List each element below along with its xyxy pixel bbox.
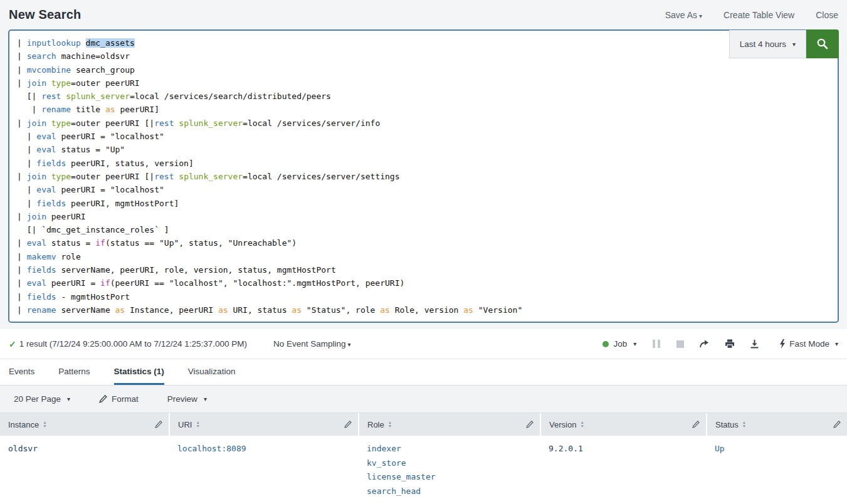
job-controls: Job ▾ Fast Mode ▾	[602, 339, 838, 349]
query-line: | inputlookup dmc_assets	[17, 36, 830, 50]
sort-icon[interactable]: ▲▼	[196, 421, 199, 428]
pause-icon	[658, 340, 660, 348]
column-label: Role	[367, 420, 384, 429]
cell-uri[interactable]: localhost:8089	[177, 444, 246, 453]
results-toolbar: 20 Per Page▾ Format Preview▾	[0, 386, 847, 413]
cell-status[interactable]: Up	[715, 444, 725, 453]
query-line: | fields - mgmtHostPort	[17, 290, 830, 303]
per-page-dropdown[interactable]: 20 Per Page▾	[14, 394, 70, 404]
statistics-table: Instance▲▼URI▲▼Role▲▼Version▲▼Status▲▼ o…	[0, 413, 847, 504]
search-button[interactable]	[806, 29, 839, 58]
column-header-role[interactable]: Role▲▼	[359, 413, 540, 436]
job-menu-button[interactable]: Job ▾	[602, 339, 636, 349]
query-line: [| `dmc_get_instance_roles` ]	[17, 223, 830, 236]
job-status-bar: ✓ 1 result (7/12/24 9:25:00.000 AM to 7/…	[0, 329, 847, 359]
search-mode-dropdown[interactable]: Fast Mode ▾	[779, 339, 838, 349]
chevron-down-icon: ▾	[67, 396, 70, 402]
top-header: New Search Save As▾ Create Table View Cl…	[0, 0, 847, 29]
pencil-icon[interactable]	[344, 421, 352, 428]
query-line: | rename title as peerURI]	[17, 103, 830, 116]
tab-patterns[interactable]: Patterns	[58, 367, 90, 385]
query-line: | join type=outer peerURI	[17, 76, 830, 90]
success-check-icon: ✓	[9, 339, 16, 349]
pencil-icon[interactable]	[526, 421, 534, 428]
query-line: | mvcombine search_group	[17, 63, 830, 76]
print-icon	[725, 339, 735, 349]
page-title: New Search	[9, 8, 81, 22]
pause-icon	[653, 340, 655, 348]
chevron-down-icon: ▾	[348, 341, 351, 348]
search-query-editor[interactable]: | inputlookup dmc_assets| search machine…	[9, 31, 838, 322]
print-button[interactable]	[725, 339, 735, 349]
column-header-status[interactable]: Status▲▼	[707, 413, 847, 436]
search-controls: Last 4 hours ▾	[729, 29, 839, 58]
stop-button[interactable]	[676, 340, 684, 348]
query-line: | fields peerURI, mgmtHostPort]	[17, 197, 830, 210]
query-line: | join type=outer peerURI [|rest splunk_…	[17, 117, 830, 130]
column-header-uri[interactable]: URI▲▼	[169, 413, 359, 436]
preview-dropdown[interactable]: Preview▾	[167, 394, 207, 404]
pause-button[interactable]	[651, 340, 661, 348]
query-line: | eval peerURI = "localhost"	[17, 183, 830, 196]
query-line: [| rest splunk_server=local /services/se…	[17, 90, 830, 103]
save-as-button[interactable]: Save As▾	[665, 10, 702, 20]
results-tabs: EventsPatternsStatistics (1)Visualizatio…	[0, 359, 847, 386]
chevron-down-icon: ▾	[633, 340, 636, 347]
cell-role-value[interactable]: kv_store	[367, 456, 534, 471]
chevron-down-icon: ▾	[792, 41, 796, 48]
tab-statistics-1[interactable]: Statistics (1)	[114, 367, 164, 385]
query-line: | rename serverName as Instance, peerURI…	[17, 303, 830, 317]
cell-role-value[interactable]: search_head	[367, 485, 534, 499]
sort-icon[interactable]: ▲▼	[43, 421, 46, 428]
header-actions: Save As▾ Create Table View Close	[665, 10, 838, 20]
share-button[interactable]	[699, 339, 710, 349]
download-icon	[750, 339, 759, 349]
chevron-down-icon: ▾	[835, 340, 838, 347]
cell-role-value[interactable]: indexer	[367, 442, 534, 456]
query-line: | join type=outer peerURI [|rest splunk_…	[17, 170, 830, 183]
table-row: oldsvrlocalhost:8089indexerkv_storelicen…	[0, 436, 847, 504]
sort-icon[interactable]: ▲▼	[742, 421, 746, 428]
table-body: oldsvrlocalhost:8089indexerkv_storelicen…	[0, 436, 847, 504]
result-summary: 1 result (7/12/24 9:25:00.000 AM to 7/12…	[19, 339, 247, 349]
tab-events[interactable]: Events	[9, 367, 34, 385]
search-section: | inputlookup dmc_assets| search machine…	[0, 29, 847, 329]
table-header-row: Instance▲▼URI▲▼Role▲▼Version▲▼Status▲▼	[0, 413, 847, 436]
job-status-dot-icon	[602, 341, 609, 347]
cell-version[interactable]: 9.2.0.1	[549, 444, 583, 453]
query-line: | join peerURI	[17, 210, 830, 223]
column-header-version[interactable]: Version▲▼	[540, 413, 707, 436]
cell-role-value[interactable]: license_master	[367, 470, 534, 485]
sort-icon[interactable]: ▲▼	[388, 421, 392, 428]
sort-icon[interactable]: ▲▼	[580, 421, 584, 428]
query-line: | eval status = if(status == "Up", statu…	[17, 236, 830, 249]
column-header-instance[interactable]: Instance▲▼	[0, 413, 169, 436]
column-label: URI	[178, 420, 192, 429]
search-icon	[816, 37, 829, 51]
cell-role: indexerkv_storelicense_mastersearch_head	[359, 436, 540, 504]
format-button[interactable]: Format	[99, 394, 139, 404]
query-line: | fields peerURI, status, version]	[17, 157, 830, 170]
stop-icon	[676, 340, 684, 348]
search-bar: | inputlookup dmc_assets| search machine…	[8, 29, 839, 323]
query-line: | eval status = "Up"	[17, 143, 830, 156]
pencil-icon[interactable]	[692, 421, 700, 428]
cell-instance[interactable]: oldsvr	[8, 444, 38, 453]
event-sampling-dropdown[interactable]: No Event Sampling▾	[273, 339, 351, 349]
query-line: | search machine=oldsvr	[17, 50, 830, 63]
chevron-down-icon: ▾	[204, 396, 207, 402]
close-button[interactable]: Close	[816, 10, 838, 20]
tab-visualization[interactable]: Visualization	[188, 367, 236, 385]
pencil-icon[interactable]	[155, 421, 162, 428]
pencil-icon[interactable]	[833, 421, 841, 428]
export-button[interactable]	[750, 339, 759, 349]
create-table-view-button[interactable]: Create Table View	[723, 10, 794, 20]
column-label: Version	[549, 420, 576, 429]
query-line: | makemv role	[17, 250, 830, 263]
time-range-label: Last 4 hours	[740, 39, 786, 49]
query-line: | eval peerURI = if(peerURI == "localhos…	[17, 276, 830, 290]
column-label: Status	[715, 420, 739, 429]
chevron-down-icon: ▾	[699, 13, 702, 19]
share-icon	[699, 339, 710, 349]
time-range-picker[interactable]: Last 4 hours ▾	[729, 29, 806, 58]
